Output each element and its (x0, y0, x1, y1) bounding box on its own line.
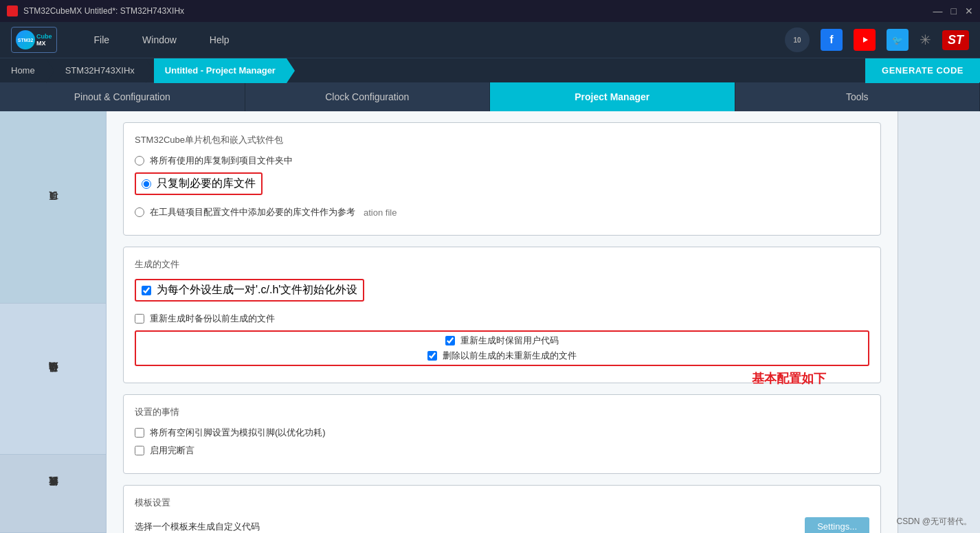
menu-help[interactable]: Help (193, 22, 246, 58)
version-icon: 10 (785, 27, 810, 52)
checkbox-keep-user-wrapper: 重新生成时保留用户代码 删除以前生成的未重新生成的文件 (135, 330, 869, 366)
checkbox-delete-old-label: 删除以前生成的未重新生成的文件 (443, 350, 577, 362)
annotation-text: 基本配置如下 (752, 370, 826, 387)
breadcrumb-bar: Home STM32H743XIHx Untitled - Project Ma… (0, 58, 980, 82)
checkbox-keep-user[interactable]: 重新生成时保留用户代码 (445, 334, 559, 347)
youtube-icon[interactable] (854, 29, 876, 51)
close-btn[interactable]: ✕ (965, 5, 973, 16)
minimize-btn[interactable]: — (933, 5, 943, 16)
template-subtitle: 选择一个模板来生成自定义代码 (135, 521, 260, 533)
twitter-icon[interactable]: 🐦 (887, 29, 909, 51)
sidebar-item-code-gen[interactable]: 代码生成器 (0, 304, 106, 455)
radio-reference-suffix: ation file (364, 207, 397, 218)
menu-file[interactable]: File (78, 22, 126, 58)
generate-code-button[interactable]: GENERATE CODE (865, 58, 980, 83)
logo: STM32 Cube MX (11, 27, 57, 53)
title-bar-text: STM32CubeMX Untitled*: STM32H743XIHx (23, 6, 184, 16)
radio-reference-input[interactable] (135, 207, 144, 217)
tab-project-manager[interactable]: Project Manager (490, 82, 735, 111)
restore-btn[interactable]: □ (951, 5, 957, 16)
checkbox-analog-pins-label: 将所有空闲引脚设置为模拟引脚(以优化功耗) (150, 427, 326, 439)
settings-section-title: 设置的事情 (135, 406, 869, 418)
radio-copy-all-label: 将所有使用的库复制到项目文件夹中 (150, 155, 293, 167)
watermark: CSDN @无可替代。 (896, 516, 972, 528)
template-section: 模板设置 选择一个模板来生成自定义代码 Settings... (123, 485, 881, 533)
breadcrumb-chip[interactable]: STM32H743XIHx (54, 58, 146, 83)
sidebar-sections: 项目 代码生成器 高级设置 (0, 111, 106, 533)
main-area: 项目 代码生成器 高级设置 STM32Cube单片机包和嵌入式软件包 将所有使用… (0, 111, 980, 533)
checkbox-delete-old[interactable]: 删除以前生成的未重新生成的文件 (427, 350, 577, 362)
sidebar: 项目 代码生成器 高级设置 (0, 111, 107, 533)
radio-copy-all-input[interactable] (135, 156, 144, 166)
radio-reference-label: 在工具链项目配置文件中添加必要的库文件作为参考 (150, 206, 355, 218)
radio-reference[interactable]: 在工具链项目配置文件中添加必要的库文件作为参考 ation file (135, 206, 869, 218)
sidebar-item-advanced[interactable]: 高级设置 (0, 455, 106, 533)
radio-copy-essential-highlight: 只复制必要的库文件 (135, 172, 263, 195)
checkbox-assert[interactable]: 启用完断言 (135, 444, 869, 457)
star-network-icon: ✳ (920, 32, 931, 48)
menu-window[interactable]: Window (126, 22, 193, 58)
tab-pinout[interactable]: Pinout & Configuration (0, 82, 245, 111)
checkbox-delete-old-input[interactable] (427, 351, 437, 361)
app-icon (7, 5, 18, 16)
radio-copy-essential-input[interactable] (142, 179, 151, 189)
checkbox-backup[interactable]: 重新生成时备份以前生成的文件 (135, 313, 869, 325)
settings-section: 设置的事情 将所有空闲引脚设置为模拟引脚(以优化功耗) 启用完断言 (123, 394, 881, 474)
facebook-icon[interactable]: f (821, 29, 843, 51)
content-area: STM32Cube单片机包和嵌入式软件包 将所有使用的库复制到项目文件夹中 只复… (107, 111, 898, 533)
tab-tools[interactable]: Tools (735, 82, 981, 111)
settings-button[interactable]: Settings... (805, 517, 869, 533)
breadcrumb-home[interactable]: Home (0, 58, 46, 83)
sidebar-item-project[interactable]: 项目 (0, 111, 106, 304)
radio-copy-essential-label: 只复制必要的库文件 (157, 177, 256, 191)
checkbox-analog-pins-input[interactable] (135, 428, 144, 438)
checkbox-analog-pins[interactable]: 将所有空闲引脚设置为模拟引脚(以优化功耗) (135, 427, 869, 439)
logo-box: STM32 Cube MX (11, 27, 57, 53)
checkbox-keep-user-highlight: 重新生成时保留用户代码 删除以前生成的未重新生成的文件 (135, 330, 869, 366)
checkbox-per-file-wrapper: 为每个外设生成一对'.c/.h'文件初始化外设 (135, 279, 869, 307)
package-section-title: STM32Cube单片机包和嵌入式软件包 (135, 134, 869, 146)
breadcrumb-project-manager[interactable]: Untitled - Project Manager (154, 58, 287, 83)
title-bar: STM32CubeMX Untitled*: STM32H743XIHx — □… (0, 0, 980, 22)
menu-bar: STM32 Cube MX File Window Help 10 f 🐦 ✳ … (0, 22, 980, 58)
generated-files-title: 生成的文件 (135, 258, 869, 271)
checkbox-backup-input[interactable] (135, 314, 144, 324)
right-panel (898, 111, 980, 533)
checkbox-keep-user-label: 重新生成时保留用户代码 (460, 334, 559, 347)
tab-clock[interactable]: Clock Configuration (245, 82, 491, 111)
generated-files-wrapper: 生成的文件 为每个外设生成一对'.c/.h'文件初始化外设 重新生成时备份以前生… (123, 247, 881, 383)
checkbox-per-file-highlight: 为每个外设生成一对'.c/.h'文件初始化外设 (135, 279, 364, 302)
checkbox-assert-label: 启用完断言 (150, 444, 194, 457)
checkbox-keep-user-input[interactable] (445, 336, 455, 345)
svg-rect-0 (8, 7, 16, 15)
menu-right-icons: 10 f 🐦 ✳ ST (785, 27, 969, 52)
radio-copy-all[interactable]: 将所有使用的库复制到项目文件夹中 (135, 155, 869, 167)
checkbox-per-file-label: 为每个外设生成一对'.c/.h'文件初始化外设 (157, 283, 357, 297)
generated-files-section: 生成的文件 为每个外设生成一对'.c/.h'文件初始化外设 重新生成时备份以前生… (123, 247, 881, 383)
checkbox-per-file-input[interactable] (142, 286, 151, 295)
st-brand-logo: ST (942, 30, 969, 50)
checkbox-backup-label: 重新生成时备份以前生成的文件 (150, 313, 275, 325)
template-section-title: 模板设置 (135, 497, 869, 509)
template-row: 选择一个模板来生成自定义代码 Settings... (135, 517, 869, 533)
package-section: STM32Cube单片机包和嵌入式软件包 将所有使用的库复制到项目文件夹中 只复… (123, 122, 881, 236)
checkbox-assert-input[interactable] (135, 446, 144, 455)
tab-bar: Pinout & Configuration Clock Configurati… (0, 82, 980, 111)
